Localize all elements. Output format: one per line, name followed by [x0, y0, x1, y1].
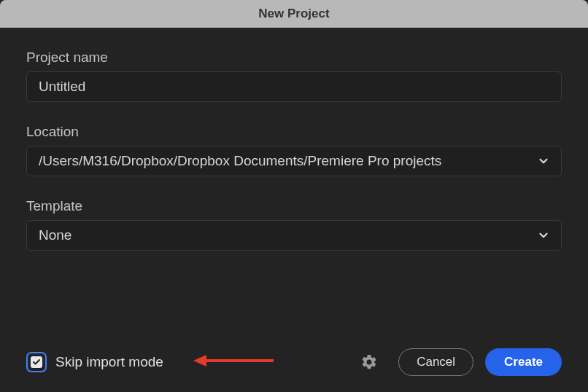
dialog-title-bar: New Project	[0, 0, 588, 28]
location-group: Location /Users/M316/Dropbox/Dropbox Doc…	[26, 124, 562, 176]
skip-import-label: Skip import mode	[55, 354, 163, 370]
checkmark-icon	[32, 358, 41, 366]
checkbox-focus-ring	[26, 352, 47, 372]
gear-icon	[360, 353, 378, 371]
settings-button[interactable]	[359, 352, 379, 372]
dialog-title: New Project	[258, 7, 329, 21]
location-label: Location	[26, 124, 562, 140]
project-name-label: Project name	[26, 50, 562, 66]
skip-import-checkbox[interactable]: Skip import mode	[26, 352, 163, 372]
location-select[interactable]: /Users/M316/Dropbox/Dropbox Documents/Pr…	[26, 146, 562, 176]
dialog-footer: Skip import mode Cancel Create	[26, 348, 562, 376]
checkbox-box	[31, 356, 42, 368]
template-label: Template	[26, 198, 562, 214]
cancel-button[interactable]: Cancel	[398, 348, 473, 376]
template-value: None	[26, 220, 562, 251]
dialog-content: Project name Location /Users/M316/Dropbo…	[0, 28, 588, 251]
project-name-group: Project name	[26, 50, 562, 102]
template-select[interactable]: None	[26, 220, 562, 251]
template-group: Template None	[26, 198, 562, 251]
location-value: /Users/M316/Dropbox/Dropbox Documents/Pr…	[26, 146, 562, 176]
project-name-input[interactable]	[26, 71, 562, 102]
create-button[interactable]: Create	[485, 348, 562, 376]
